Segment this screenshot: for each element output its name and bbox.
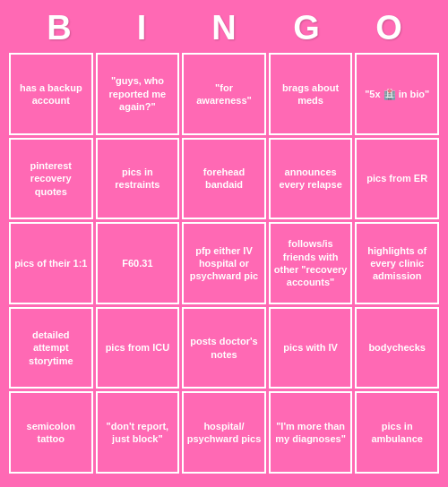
cell-r4c2[interactable]: hospital/ psychward pics	[182, 391, 266, 474]
cell-r1c0[interactable]: pinterest recovery quotes	[9, 138, 93, 220]
cell-r1c3[interactable]: announces every relapse	[269, 138, 353, 220]
cell-r3c4[interactable]: bodychecks	[355, 307, 439, 389]
bingo-letter-i: I	[108, 9, 175, 47]
cell-r4c3[interactable]: "I'm more than my diagnoses"	[269, 391, 353, 474]
cell-r3c1[interactable]: pics from ICU	[96, 307, 180, 389]
cell-r1c1[interactable]: pics in restraints	[96, 138, 180, 220]
cell-r0c4[interactable]: "5x 🏥 in bio"	[355, 53, 439, 135]
cell-r2c1[interactable]: F60.31	[96, 222, 180, 304]
cell-r0c3[interactable]: brags about meds	[269, 53, 353, 135]
bingo-letter-g: G	[273, 9, 340, 47]
cell-r0c2[interactable]: "for awareness"	[182, 53, 266, 135]
cell-r2c2[interactable]: pfp either IV hospital or psychward pic	[182, 222, 266, 304]
cell-r4c0[interactable]: semicolon tattoo	[9, 391, 93, 474]
bingo-letter-n: N	[191, 9, 257, 47]
cell-r3c2[interactable]: posts doctor's notes	[182, 307, 266, 389]
bingo-letter-o: O	[356, 9, 422, 47]
cell-r2c3[interactable]: follows/is friends with other "recovery …	[269, 222, 353, 304]
cell-r1c4[interactable]: pics from ER	[355, 138, 439, 220]
cell-r4c1[interactable]: "don't report, just block"	[96, 391, 180, 474]
cell-r2c0[interactable]: pics of their 1:1	[9, 222, 93, 304]
cell-r1c2[interactable]: forehead bandaid	[182, 138, 266, 220]
cell-r3c0[interactable]: detailed attempt storytime	[9, 307, 93, 389]
bingo-letter-b: B	[26, 9, 92, 47]
bingo-grid: has a backup account"guys, who reported …	[4, 53, 444, 478]
cell-r0c0[interactable]: has a backup account	[9, 53, 93, 135]
bingo-header: BINGO	[0, 0, 448, 53]
cell-r3c3[interactable]: pics with IV	[269, 307, 353, 389]
cell-r4c4[interactable]: pics in ambulance	[355, 391, 439, 474]
cell-r2c4[interactable]: highlights of every clinic admission	[355, 222, 439, 304]
cell-r0c1[interactable]: "guys, who reported me again?"	[96, 53, 180, 135]
